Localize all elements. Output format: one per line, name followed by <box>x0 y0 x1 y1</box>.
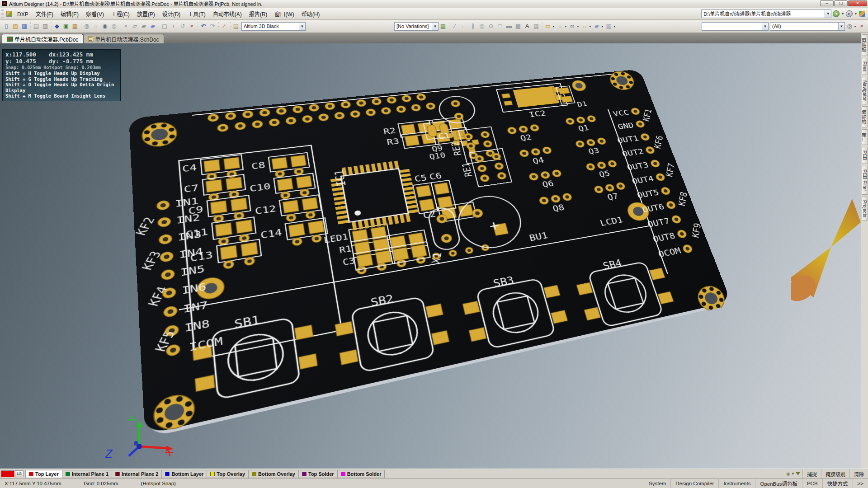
status-panel-3[interactable]: OpenBus调色板 <box>755 479 802 488</box>
menu-item-2[interactable]: 编辑(E) <box>57 10 82 19</box>
menu-item-7[interactable]: 工具(T) <box>184 10 209 19</box>
place-room-icon[interactable]: ▰ <box>592 22 601 31</box>
zoom-document-icon[interactable]: ◎ <box>83 22 91 31</box>
navigate-back-button[interactable]: ◄ <box>833 10 840 17</box>
menu-item-9[interactable]: 报告(R) <box>245 10 271 19</box>
menu-item-8[interactable]: 自动布线(A) <box>209 10 245 19</box>
panel-tab-4[interactable]: 库... <box>862 129 868 145</box>
pcb-board[interactable]: IN1IN2IN3IN4IN5IN6IN7IN8ICOMKF2KF3KF4KF5… <box>129 69 732 440</box>
status-panel-4[interactable]: PCB <box>802 479 822 488</box>
view-3d-icon[interactable]: ◆ <box>53 22 61 31</box>
reroute-icon[interactable]: ↺ <box>179 22 187 31</box>
dimension-dropdown[interactable]: ▼ <box>589 25 592 28</box>
browse-library-icon[interactable]: ▣ <box>62 22 71 31</box>
menu-item-5[interactable]: 放置(P) <box>133 10 159 19</box>
status-panel-2[interactable]: Instruments <box>718 479 755 488</box>
select-area-icon[interactable]: ▢ <box>160 22 169 31</box>
move-object-icon[interactable]: + <box>170 22 178 31</box>
redo-icon[interactable]: ↷ <box>208 22 217 31</box>
menu-item-4[interactable]: 工程(C) <box>108 10 133 19</box>
scope-combo[interactable]: (All)▼ <box>770 22 845 31</box>
interactive-route-icon[interactable]: ∕ <box>451 22 459 31</box>
grid-settings-icon[interactable]: ▦ <box>604 22 613 31</box>
place-via-icon[interactable]: ⊙ <box>487 22 495 31</box>
variations-combo[interactable]: [No Variations]▼ <box>394 22 439 31</box>
panel-tab-6[interactable]: PCB Filter <box>862 166 868 195</box>
align-dropdown[interactable]: ▼ <box>564 25 567 28</box>
layer-tab-3[interactable]: Bottom Layer <box>162 470 207 478</box>
layer-tab-2[interactable]: Internal Plane 2 <box>112 470 162 478</box>
find-similar-dropdown[interactable]: ▼ <box>576 25 580 28</box>
mask-dropdown-icon[interactable]: ▼ <box>791 472 795 476</box>
place-fill-icon[interactable]: ▬ <box>505 22 514 31</box>
view-configuration-combo[interactable]: Altium 3D Black▼ <box>241 22 306 31</box>
document-tab-schdoc[interactable]: 单片机自动浇灌器.SchDoc <box>83 34 164 43</box>
layer-tab-1[interactable]: Internal Plane 1 <box>62 470 112 478</box>
panel-tab-3[interactable]: 偏好的 <box>862 106 868 128</box>
print-icon[interactable]: ▤ <box>32 22 41 31</box>
diff-pair-route-icon[interactable]: ∦ <box>469 22 477 31</box>
cross-probe-icon[interactable]: ▤ <box>232 22 241 31</box>
status-panel-5[interactable]: 快捷方式 <box>822 479 853 488</box>
place-string-icon[interactable]: A <box>523 22 532 31</box>
find-similar-icon[interactable]: ∞ <box>568 22 576 31</box>
status-panel-6[interactable]: >> <box>853 479 868 488</box>
grid-settings-dropdown[interactable]: ▼ <box>613 25 616 28</box>
layer-set-swatch[interactable] <box>1 470 14 477</box>
menu-item-10[interactable]: 窗口(W) <box>271 10 297 19</box>
back-history-dropdown[interactable]: ▼ <box>841 12 844 16</box>
layer-bar-button-0[interactable]: 捕捉 <box>802 469 821 479</box>
paste-icon[interactable]: ▰ <box>140 22 148 31</box>
clear-filter-icon[interactable]: × <box>188 22 196 31</box>
route-escape-icon[interactable]: ⌐ <box>460 22 468 31</box>
cut-icon[interactable]: × <box>122 22 130 31</box>
paste-array-icon[interactable]: ▰ <box>149 22 157 31</box>
document-tab-pcbdoc[interactable]: 单片机自动浇灌器.PcbDoc <box>2 34 83 43</box>
zoom-filtered-icon[interactable]: ◎ <box>110 22 118 31</box>
print-preview-icon[interactable]: ▥ <box>41 22 50 31</box>
filter-funnel-icon[interactable] <box>796 472 800 475</box>
panel-tab-5[interactable]: PCB <box>862 147 868 164</box>
zoom-point-icon[interactable]: ◉ <box>101 22 109 31</box>
measure-icon[interactable]: ▭ <box>544 22 552 31</box>
zoom-area-icon[interactable]: ◌ <box>92 22 100 31</box>
maximize-button[interactable]: ▢ <box>834 0 848 6</box>
menu-item-1[interactable]: 文件(F) <box>32 10 57 19</box>
layer-bar-button-2[interactable]: 清除 <box>849 469 868 479</box>
panel-tab-7[interactable]: Projects <box>862 197 868 221</box>
place-room-dropdown[interactable]: ▼ <box>601 25 604 28</box>
layer-tab-7[interactable]: Bottom Solder <box>338 470 385 478</box>
zoom-filter-icon[interactable]: ◎ <box>845 22 854 31</box>
panel-tab-1[interactable]: Files <box>862 58 868 75</box>
layer-set-button[interactable]: LS <box>15 470 24 477</box>
snap-toggle-icon[interactable]: ◉ <box>786 471 790 476</box>
layer-bar-button-1[interactable]: 掩膜级别 <box>821 469 849 479</box>
layer-tab-6[interactable]: Top Solder <box>299 470 338 478</box>
zoom-filter-dropdown[interactable]: ▼ <box>854 25 857 28</box>
save-document-icon[interactable]: ▦ <box>20 22 29 31</box>
filter-combo[interactable]: ▼ <box>702 22 769 31</box>
dimension-icon[interactable]: ↔ <box>580 22 589 31</box>
new-document-icon[interactable]: ▯ <box>2 22 11 31</box>
close-button[interactable]: × <box>848 0 867 6</box>
variant-manager-icon[interactable]: ▦ <box>439 22 448 31</box>
align-icon[interactable]: ≡ <box>556 22 564 31</box>
highlight-net-icon[interactable]: ∕ <box>220 22 229 31</box>
copy-icon[interactable]: ▱ <box>131 22 139 31</box>
place-arc-icon[interactable]: ◠ <box>496 22 505 31</box>
document-path-combo[interactable]: D:\单片机自动浇灌器\单片机自动浇灌器▼ <box>701 9 831 18</box>
menu-item-3[interactable]: 察看(V) <box>82 10 108 19</box>
pcb-3d-viewport[interactable]: IN1IN2IN3IN4IN5IN6IN7IN8ICOMKF2KF3KF4KF5… <box>0 43 861 469</box>
menu-item-0[interactable]: DXP <box>14 10 32 19</box>
panel-tab-0[interactable]: 剪贴板 <box>862 34 868 56</box>
place-polygon-icon[interactable]: ▩ <box>514 22 523 31</box>
undo-icon[interactable]: ↶ <box>199 22 208 31</box>
layer-tab-4[interactable]: Top Overlay <box>207 470 249 478</box>
status-panel-0[interactable]: System <box>644 479 670 488</box>
place-component-icon[interactable]: ▦ <box>532 22 541 31</box>
clear-current-filter-icon[interactable]: × <box>858 22 866 31</box>
edit-spreadsheet-icon[interactable]: ▦ <box>71 22 80 31</box>
forward-history-dropdown[interactable]: ▼ <box>854 12 858 16</box>
minimize-button[interactable]: – <box>820 0 834 6</box>
status-panel-1[interactable]: Design Compiler <box>670 479 718 488</box>
